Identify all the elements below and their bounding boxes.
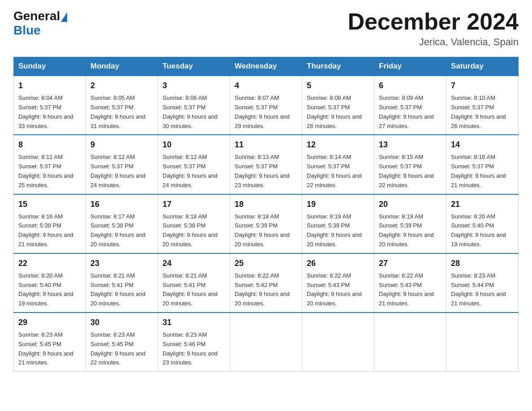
- day-number: 20: [379, 198, 442, 210]
- day-number: 8: [18, 139, 81, 151]
- table-row: [230, 313, 302, 372]
- day-info: Sunrise: 8:14 AMSunset: 5:37 PMDaylight:…: [307, 154, 362, 188]
- table-row: 18 Sunrise: 8:18 AMSunset: 5:39 PMDaylig…: [230, 194, 302, 253]
- day-number: 30: [90, 317, 153, 329]
- day-info: Sunrise: 8:12 AMSunset: 5:37 PMDaylight:…: [90, 154, 146, 188]
- day-number: 19: [307, 198, 369, 210]
- day-number: 23: [90, 257, 153, 270]
- day-info: Sunrise: 8:10 AMSunset: 5:37 PMDaylight:…: [451, 94, 506, 129]
- day-number: 27: [379, 257, 442, 270]
- logo-triangle-icon: [61, 12, 67, 22]
- table-row: 8 Sunrise: 8:11 AMSunset: 5:37 PMDayligh…: [14, 135, 86, 194]
- table-row: 1 Sunrise: 8:04 AMSunset: 5:37 PMDayligh…: [14, 76, 86, 135]
- day-number: 31: [163, 317, 225, 329]
- day-number: 26: [307, 257, 369, 270]
- header-tuesday: Tuesday: [158, 57, 230, 76]
- table-row: 10 Sunrise: 8:12 AMSunset: 5:37 PMDaylig…: [158, 135, 230, 194]
- header-saturday: Saturday: [446, 57, 519, 76]
- table-row: 31 Sunrise: 8:23 AMSunset: 5:46 PMDaylig…: [158, 313, 230, 372]
- day-info: Sunrise: 8:20 AMSunset: 5:40 PMDaylight:…: [18, 272, 73, 307]
- day-info: Sunrise: 8:19 AMSunset: 5:39 PMDaylight:…: [379, 213, 434, 248]
- table-row: 9 Sunrise: 8:12 AMSunset: 5:37 PMDayligh…: [86, 135, 158, 194]
- header-wednesday: Wednesday: [230, 57, 302, 76]
- day-info: Sunrise: 8:06 AMSunset: 5:37 PMDaylight:…: [163, 94, 218, 129]
- table-row: 19 Sunrise: 8:19 AMSunset: 5:39 PMDaylig…: [302, 194, 374, 253]
- day-info: Sunrise: 8:21 AMSunset: 5:41 PMDaylight:…: [90, 272, 146, 307]
- calendar-header-row: Sunday Monday Tuesday Wednesday Thursday…: [14, 57, 519, 76]
- day-info: Sunrise: 8:05 AMSunset: 5:37 PMDaylight:…: [90, 94, 146, 129]
- table-row: [374, 313, 446, 372]
- table-row: 15 Sunrise: 8:16 AMSunset: 5:38 PMDaylig…: [14, 194, 86, 253]
- day-info: Sunrise: 8:23 AMSunset: 5:46 PMDaylight:…: [163, 331, 218, 366]
- day-number: 29: [18, 317, 81, 329]
- day-number: 6: [379, 80, 442, 92]
- calendar-week-row: 15 Sunrise: 8:16 AMSunset: 5:38 PMDaylig…: [14, 194, 519, 253]
- day-info: Sunrise: 8:09 AMSunset: 5:37 PMDaylight:…: [379, 94, 434, 129]
- day-info: Sunrise: 8:19 AMSunset: 5:39 PMDaylight:…: [307, 213, 362, 248]
- table-row: 29 Sunrise: 8:23 AMSunset: 5:45 PMDaylig…: [14, 313, 86, 372]
- day-info: Sunrise: 8:12 AMSunset: 5:37 PMDaylight:…: [163, 154, 218, 188]
- day-info: Sunrise: 8:21 AMSunset: 5:41 PMDaylight:…: [163, 272, 218, 307]
- header-sunday: Sunday: [14, 57, 86, 76]
- table-row: [446, 313, 519, 372]
- day-number: 24: [163, 257, 225, 270]
- day-number: 9: [90, 139, 153, 151]
- day-info: Sunrise: 8:23 AMSunset: 5:44 PMDaylight:…: [451, 272, 506, 307]
- logo-general-text: General: [13, 9, 60, 23]
- month-title: December 2024: [348, 9, 519, 34]
- table-row: 27 Sunrise: 8:22 AMSunset: 5:43 PMDaylig…: [374, 253, 446, 313]
- table-row: 11 Sunrise: 8:13 AMSunset: 5:37 PMDaylig…: [230, 135, 302, 194]
- day-info: Sunrise: 8:04 AMSunset: 5:37 PMDaylight:…: [18, 94, 73, 129]
- day-info: Sunrise: 8:17 AMSunset: 5:38 PMDaylight:…: [90, 213, 146, 248]
- day-number: 22: [18, 257, 81, 270]
- calendar-week-row: 1 Sunrise: 8:04 AMSunset: 5:37 PMDayligh…: [14, 76, 519, 135]
- table-row: 2 Sunrise: 8:05 AMSunset: 5:37 PMDayligh…: [86, 76, 158, 135]
- logo-blue-text: Blue: [13, 23, 41, 38]
- table-row: 16 Sunrise: 8:17 AMSunset: 5:38 PMDaylig…: [86, 194, 158, 253]
- table-row: 7 Sunrise: 8:10 AMSunset: 5:37 PMDayligh…: [446, 76, 519, 135]
- table-row: 14 Sunrise: 8:16 AMSunset: 5:37 PMDaylig…: [446, 135, 519, 194]
- page-header: General Blue December 2024 Jerica, Valen…: [13, 9, 519, 48]
- day-info: Sunrise: 8:15 AMSunset: 5:37 PMDaylight:…: [379, 154, 434, 188]
- day-number: 13: [379, 139, 442, 151]
- table-row: 6 Sunrise: 8:09 AMSunset: 5:37 PMDayligh…: [374, 76, 446, 135]
- table-row: 25 Sunrise: 8:22 AMSunset: 5:42 PMDaylig…: [230, 253, 302, 313]
- table-row: 13 Sunrise: 8:15 AMSunset: 5:37 PMDaylig…: [374, 135, 446, 194]
- table-row: 17 Sunrise: 8:18 AMSunset: 5:38 PMDaylig…: [158, 194, 230, 253]
- day-info: Sunrise: 8:23 AMSunset: 5:45 PMDaylight:…: [18, 331, 73, 366]
- day-info: Sunrise: 8:22 AMSunset: 5:42 PMDaylight:…: [235, 272, 290, 307]
- table-row: 21 Sunrise: 8:20 AMSunset: 5:40 PMDaylig…: [446, 194, 519, 253]
- day-info: Sunrise: 8:13 AMSunset: 5:37 PMDaylight:…: [235, 154, 290, 188]
- day-number: 4: [235, 80, 297, 92]
- day-number: 1: [18, 80, 81, 92]
- day-number: 21: [451, 198, 514, 210]
- table-row: 4 Sunrise: 8:07 AMSunset: 5:37 PMDayligh…: [230, 76, 302, 135]
- table-row: 24 Sunrise: 8:21 AMSunset: 5:41 PMDaylig…: [158, 253, 230, 313]
- table-row: 23 Sunrise: 8:21 AMSunset: 5:41 PMDaylig…: [86, 253, 158, 313]
- day-info: Sunrise: 8:22 AMSunset: 5:43 PMDaylight:…: [379, 272, 434, 307]
- day-number: 14: [451, 139, 514, 151]
- table-row: 28 Sunrise: 8:23 AMSunset: 5:44 PMDaylig…: [446, 253, 519, 313]
- logo: General Blue: [13, 9, 68, 38]
- day-info: Sunrise: 8:18 AMSunset: 5:39 PMDaylight:…: [235, 213, 290, 248]
- day-info: Sunrise: 8:16 AMSunset: 5:37 PMDaylight:…: [451, 154, 506, 188]
- day-number: 7: [451, 80, 514, 92]
- table-row: [302, 313, 374, 372]
- header-thursday: Thursday: [302, 57, 374, 76]
- calendar-table: Sunday Monday Tuesday Wednesday Thursday…: [13, 57, 519, 372]
- table-row: 26 Sunrise: 8:22 AMSunset: 5:43 PMDaylig…: [302, 253, 374, 313]
- day-info: Sunrise: 8:11 AMSunset: 5:37 PMDaylight:…: [18, 154, 73, 188]
- day-number: 28: [451, 257, 514, 270]
- table-row: 20 Sunrise: 8:19 AMSunset: 5:39 PMDaylig…: [374, 194, 446, 253]
- header-monday: Monday: [86, 57, 158, 76]
- day-number: 10: [163, 139, 225, 151]
- table-row: 3 Sunrise: 8:06 AMSunset: 5:37 PMDayligh…: [158, 76, 230, 135]
- day-info: Sunrise: 8:07 AMSunset: 5:37 PMDaylight:…: [235, 94, 290, 129]
- day-number: 5: [307, 80, 369, 92]
- day-number: 15: [18, 198, 81, 210]
- day-info: Sunrise: 8:18 AMSunset: 5:38 PMDaylight:…: [163, 213, 218, 248]
- day-number: 25: [235, 257, 297, 270]
- day-number: 16: [90, 198, 153, 210]
- day-number: 18: [235, 198, 297, 210]
- day-number: 2: [90, 80, 153, 92]
